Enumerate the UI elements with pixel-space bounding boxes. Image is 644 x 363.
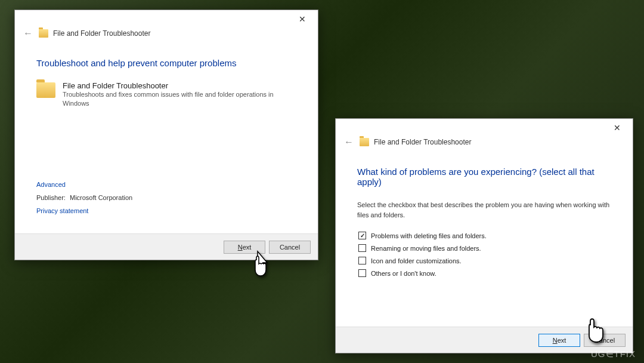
folder-icon [360,138,369,146]
troubleshooter-title: File and Folder Troubleshooter [63,81,296,90]
troubleshooter-desc: Troubleshoots and fixes common issues wi… [63,90,296,109]
checkbox-label: Others or I don't know. [371,270,436,277]
dialog-header: ← File and Folder Troubleshooter [15,28,318,45]
dialog-content: Troubleshoot and help prevent computer p… [15,45,318,109]
cancel-button[interactable]: Cancel [584,334,626,347]
checkbox-option-icon[interactable]: Icon and folder customizations. [358,257,611,264]
close-icon[interactable]: ✕ [290,11,314,27]
checkbox-option-others[interactable]: Others or I don't know. [358,269,611,277]
titlebar: ✕ [336,119,633,137]
button-bar: Next Cancel [15,233,318,260]
button-bar: Next Cancel [336,327,633,353]
next-button[interactable]: Next [538,334,580,347]
titlebar: ✕ [15,10,318,28]
checkbox-option-delete[interactable]: Problems with deleting files and folders… [358,232,611,239]
checkbox-icon[interactable] [358,269,366,277]
publisher-label: Publisher: [36,194,66,201]
folder-icon [36,82,55,98]
page-heading: What kind of problems are you experienci… [357,167,611,187]
watermark: UG∈TFIX [591,349,636,359]
checkbox-list: Problems with deleting files and folders… [357,232,611,277]
checkbox-icon[interactable] [358,232,366,239]
privacy-link[interactable]: Privacy statement [36,207,132,214]
publisher-value: Microsoft Corporation [70,194,132,201]
advanced-link[interactable]: Advanced [36,181,132,188]
troubleshooter-dialog-1: ✕ ← File and Folder Troubleshooter Troub… [14,10,318,260]
window-title: File and Folder Troubleshooter [53,29,150,38]
checkbox-icon[interactable] [358,257,366,264]
checkbox-icon[interactable] [358,244,366,252]
back-arrow-icon[interactable]: ← [22,28,34,39]
close-icon[interactable]: ✕ [605,120,629,136]
instruction-text: Select the checkbox that best describes … [357,200,611,220]
page-heading: Troubleshoot and help prevent computer p… [36,58,296,68]
troubleshooter-row[interactable]: File and Folder Troubleshooter Troublesh… [36,81,296,109]
window-title: File and Folder Troubleshooter [374,138,471,146]
next-button[interactable]: Next [224,241,265,254]
folder-icon [39,29,48,38]
dialog-content: What kind of problems are you experienci… [336,153,633,277]
checkbox-label: Problems with deleting files and folders… [371,232,487,239]
back-arrow-icon[interactable]: ← [343,137,355,147]
troubleshooter-dialog-2: ✕ ← File and Folder Troubleshooter What … [335,118,633,353]
checkbox-option-rename[interactable]: Renaming or moving files and folders. [358,244,611,252]
links-block: Advanced Publisher: Microsoft Corporatio… [36,181,132,220]
cancel-button[interactable]: Cancel [269,241,311,254]
checkbox-label: Renaming or moving files and folders. [371,245,481,252]
dialog-header: ← File and Folder Troubleshooter [336,137,633,153]
checkbox-label: Icon and folder customizations. [371,257,462,264]
publisher-row: Publisher: Microsoft Corporation [36,194,132,201]
